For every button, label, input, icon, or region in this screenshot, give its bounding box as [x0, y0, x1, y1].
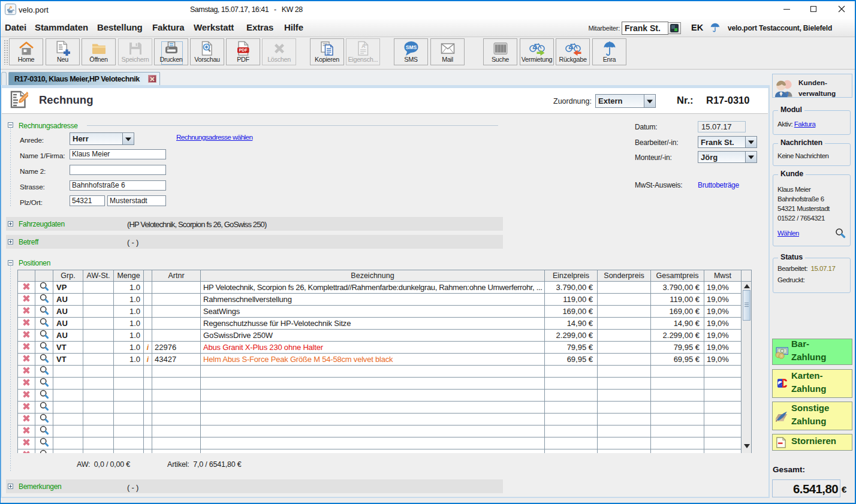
svg-text:SMS: SMS: [405, 44, 417, 50]
svg-text:A: A: [361, 43, 366, 49]
svg-text:PDF: PDF: [239, 48, 248, 52]
